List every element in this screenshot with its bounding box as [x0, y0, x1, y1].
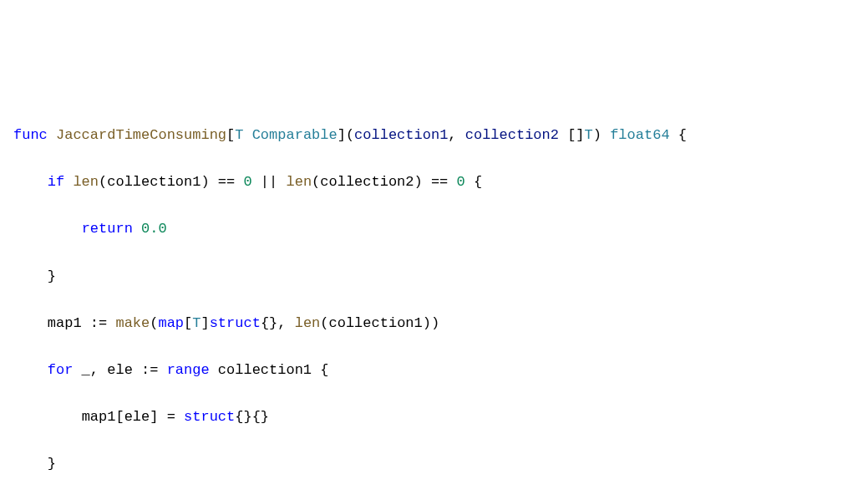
keyword-if: if	[48, 174, 64, 190]
code-line: if len(collection1) == 0 || len(collecti…	[13, 171, 855, 194]
param: collection2	[465, 127, 559, 143]
comma: ,	[448, 127, 464, 143]
bracket: ]	[338, 127, 346, 143]
brace: }	[48, 268, 56, 284]
builtin-len: len	[295, 315, 321, 331]
builtin-len: len	[64, 174, 99, 190]
return-type: float64	[610, 127, 669, 143]
space	[133, 221, 141, 237]
text: (collection1) ==	[99, 174, 243, 190]
keyword-struct: struct	[184, 409, 235, 425]
text: map1[ele] =	[82, 409, 184, 425]
number: 0.0	[141, 221, 167, 237]
keyword-for: for	[48, 362, 74, 378]
brace: {	[670, 127, 687, 143]
code-line: }	[13, 265, 855, 288]
type: T	[192, 315, 201, 331]
number: 0	[457, 174, 465, 190]
brace: }	[48, 456, 56, 472]
text: (collection2) ==	[312, 174, 456, 190]
type-param: T	[235, 127, 243, 143]
type: T	[585, 127, 593, 143]
param: collection1	[354, 127, 448, 143]
paren: (	[150, 315, 158, 331]
function-name: JaccardTimeConsuming	[56, 127, 226, 143]
text: _, ele :=	[73, 362, 166, 378]
keyword-func: func	[13, 127, 48, 143]
text: collection1 {	[210, 362, 329, 378]
code-line: map1 := make(map[T]struct{}, len(collect…	[13, 312, 855, 335]
var-decl: map1 :=	[48, 315, 116, 331]
keyword-return: return	[82, 221, 133, 237]
text: (collection1))	[320, 315, 439, 331]
keyword-struct: struct	[210, 315, 261, 331]
paren: )	[593, 127, 610, 143]
builtin-len: len	[286, 174, 312, 190]
code-line: map1[ele] = struct{}{}	[13, 406, 855, 429]
number: 0	[243, 174, 251, 190]
code-line: return 0.0	[13, 217, 855, 241]
code-line: for _, ele := range collection1 {	[13, 359, 855, 382]
paren: (	[346, 127, 354, 143]
keyword-map: map	[158, 315, 184, 331]
braces: {}{}	[235, 409, 269, 425]
operator: ||	[252, 174, 287, 190]
braces: {},	[261, 315, 295, 331]
code-line: func JaccardTimeConsuming[T Comparable](…	[13, 124, 855, 147]
builtin-make: make	[115, 315, 150, 331]
type-constraint: Comparable	[252, 127, 338, 143]
bracket: [	[226, 127, 235, 143]
brace: {	[465, 174, 482, 190]
code-block: func JaccardTimeConsuming[T Comparable](…	[13, 100, 855, 490]
text: []	[559, 127, 585, 143]
bracket: ]	[201, 315, 209, 331]
bracket: [	[184, 315, 192, 331]
keyword-range: range	[167, 362, 210, 378]
code-line: }	[13, 452, 855, 476]
